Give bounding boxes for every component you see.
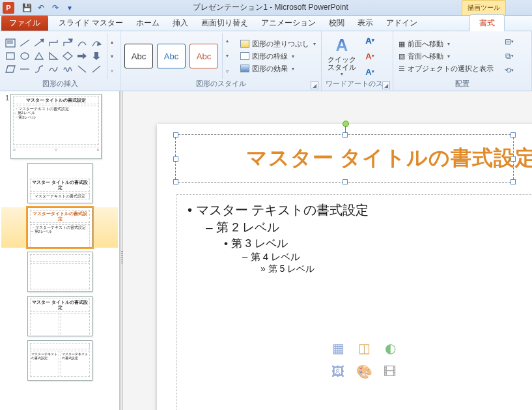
text-effects-button[interactable]: A▾: [363, 66, 376, 78]
body-level-2: 第 2 レベル: [206, 219, 532, 236]
group-shape-styles: Abc Abc Abc ▴▾▿ 図形の塗りつぶし▾ 図形の枠線▾ 図形の効果▾ …: [120, 31, 322, 91]
insert-clipart-icon[interactable]: 🎨: [353, 362, 375, 381]
qat-customize-icon[interactable]: ▾: [64, 2, 76, 14]
content-placeholder-icons[interactable]: ▦ ◫ ◐ 🖼 🎨 🎞: [327, 338, 401, 381]
shape-elbow-icon[interactable]: [47, 37, 60, 49]
rotation-handle[interactable]: [343, 121, 349, 127]
shape-style-more[interactable]: ▴▾▿: [222, 33, 231, 79]
insert-chart-icon[interactable]: ◫: [353, 338, 375, 358]
tab-view[interactable]: 表示: [351, 15, 380, 31]
shape-style-2[interactable]: Abc: [157, 44, 186, 68]
body-level-5: 第 5 レベル: [260, 263, 532, 275]
shape-fill-button[interactable]: 図形の塗りつぶし▾: [239, 38, 317, 50]
bring-forward-icon: ▦: [399, 40, 405, 48]
tab-addins[interactable]: アドイン: [380, 15, 424, 31]
thumb-master-body: ・マスターテキストの書式設定 – 第2レベル ・第3レベル: [13, 106, 99, 145]
send-backward-icon: ▧: [399, 52, 405, 61]
text-fill-button[interactable]: A▾: [363, 35, 376, 46]
shape-arrow-right-icon[interactable]: [76, 50, 89, 62]
shapes-gallery[interactable]: [4, 37, 103, 75]
body-level-4: 第 4 レベル: [242, 251, 532, 263]
tab-slide-master[interactable]: スライド マスター: [52, 15, 130, 31]
shape-rect-icon[interactable]: [4, 50, 17, 62]
body-level-3: 第 3 レベル: [224, 236, 532, 251]
rotate-button[interactable]: ⟲▾: [503, 65, 516, 76]
shapes-gallery-more[interactable]: ▴▾▿: [107, 33, 116, 79]
thumb-layout-2[interactable]: マスタータイトルの書式設定 ・マスターテキストの書式設定 – 第2レベル: [1, 207, 118, 248]
contextual-tab-group: 描画ツール: [462, 0, 506, 15]
tab-home[interactable]: ホーム: [130, 15, 166, 31]
slide-canvas[interactable]: マスター タイトルの書式設定 マスター テキストの書式設定 第 2 レベル 第 …: [123, 91, 532, 410]
ribbon: ▴▾▿ 図形の挿入 Abc Abc Abc ▴▾▿ 図形の塗りつぶし▾ 図形の枠…: [0, 31, 532, 91]
thumb-layout-5[interactable]: マスターテキストの書式設定 マスターテキストの書式設定: [1, 340, 118, 381]
thumb-layout-4[interactable]: マスター タイトルの書式設定: [1, 296, 118, 336]
align-button[interactable]: ⊟▾: [503, 37, 516, 47]
thumb-layout-1[interactable]: マスター タイトルの書式設定 マスターテキストの書式設定: [1, 163, 118, 203]
slide-master: マスター タイトルの書式設定 マスター テキストの書式設定 第 2 レベル 第 …: [157, 124, 532, 410]
group-label-shapes: 図形の挿入: [4, 79, 116, 89]
wordart-dialog-launcher[interactable]: ◢: [382, 81, 390, 89]
group-label-arrange: 配置: [397, 79, 527, 89]
group-arrange: ▦前面へ移動▾ ▧背面へ移動▾ ☰オブジェクトの選択と表示 ⊟▾ ⧉▾ ⟲▾ 配…: [393, 31, 532, 91]
shape-connector-icon[interactable]: [33, 63, 46, 75]
svg-line-9: [92, 66, 100, 72]
shape-freeform-icon[interactable]: [47, 63, 60, 75]
body-placeholder[interactable]: マスター テキストの書式設定 第 2 レベル 第 3 レベル 第 4 レベル 第…: [176, 194, 532, 410]
insert-table-icon[interactable]: ▦: [327, 338, 349, 358]
bucket-icon: [240, 40, 249, 48]
shape-line3-icon[interactable]: [76, 63, 89, 75]
tab-insert[interactable]: 挿入: [166, 15, 195, 31]
group-wordart-styles: A クイック スタイル ▾ A▾ A▾ A▾ ワードアートのス...◢: [322, 31, 393, 91]
shape-oval-icon[interactable]: [18, 50, 31, 62]
tab-animations[interactable]: アニメーション: [255, 15, 322, 31]
thumb-master[interactable]: 1 マスター タイトルの書式設定 ・マスターテキストの書式設定 – 第2レベル …: [1, 94, 118, 159]
shape-textbox-icon[interactable]: [4, 37, 17, 49]
insert-smartart-icon[interactable]: ◐: [379, 338, 401, 358]
styles-dialog-launcher[interactable]: ◢: [311, 81, 318, 89]
text-outline-button[interactable]: A▾: [363, 50, 376, 62]
shape-style-1[interactable]: Abc: [124, 44, 153, 68]
shape-arrow-line-icon[interactable]: [33, 37, 46, 49]
shape-triangle-icon[interactable]: [33, 50, 46, 62]
shape-curve-icon[interactable]: [76, 37, 89, 49]
thumb-layout-3[interactable]: [1, 252, 118, 292]
shape-arrow-down-icon[interactable]: [90, 50, 103, 62]
thumb-number: 1: [1, 94, 10, 102]
group-label-wordart: ワードアートのス...: [326, 80, 389, 87]
shape-curve-arrow-icon[interactable]: [90, 37, 103, 49]
thumbnail-pane[interactable]: 1 マスター タイトルの書式設定 ・マスターテキストの書式設定 – 第2レベル …: [0, 91, 120, 410]
insert-media-icon[interactable]: 🎞: [379, 362, 401, 381]
svg-rect-5: [7, 53, 14, 59]
shape-line-icon[interactable]: [18, 37, 31, 49]
window-title: プレゼンテーション1 - Microsoft PowerPoint: [79, 2, 462, 13]
file-tab[interactable]: ファイル: [1, 16, 48, 31]
tab-format[interactable]: 書式: [469, 14, 505, 31]
insert-picture-icon[interactable]: 🖼: [327, 362, 349, 381]
title-placeholder[interactable]: マスター タイトルの書式設定: [176, 136, 532, 181]
quick-access-toolbar: 💾 ↶ ↷ ▾: [17, 2, 79, 14]
shape-style-3[interactable]: Abc: [189, 44, 218, 68]
quick-styles-button[interactable]: A クイック スタイル ▾: [326, 35, 358, 77]
tab-transitions[interactable]: 画面切り替え: [195, 15, 255, 31]
shape-scribble-icon[interactable]: [61, 63, 74, 75]
save-icon[interactable]: 💾: [21, 2, 33, 14]
bring-forward-button[interactable]: ▦前面へ移動▾: [397, 38, 495, 50]
shape-parallelogram-icon[interactable]: [4, 63, 17, 75]
svg-line-3: [20, 40, 29, 46]
shape-diamond-icon[interactable]: [61, 50, 74, 62]
undo-icon[interactable]: ↶: [35, 2, 47, 14]
selection-pane-icon: ☰: [399, 65, 405, 73]
shape-elbow-arrow-icon[interactable]: [61, 37, 74, 49]
redo-icon[interactable]: ↷: [49, 2, 61, 14]
shape-line4-icon[interactable]: [90, 63, 103, 75]
shape-style-gallery[interactable]: Abc Abc Abc: [124, 44, 218, 68]
group-button[interactable]: ⧉▾: [503, 51, 516, 61]
shape-rtriangle-icon[interactable]: [47, 50, 60, 62]
app-icon[interactable]: P: [3, 2, 14, 14]
send-backward-button[interactable]: ▧背面へ移動▾: [397, 51, 495, 62]
shape-line2-icon[interactable]: [18, 63, 31, 75]
tab-review[interactable]: 校閲: [322, 15, 351, 31]
shape-outline-button[interactable]: 図形の枠線▾: [239, 51, 317, 62]
selection-pane-button[interactable]: ☰オブジェクトの選択と表示: [397, 63, 495, 74]
shape-effects-button[interactable]: 図形の効果▾: [239, 63, 317, 74]
